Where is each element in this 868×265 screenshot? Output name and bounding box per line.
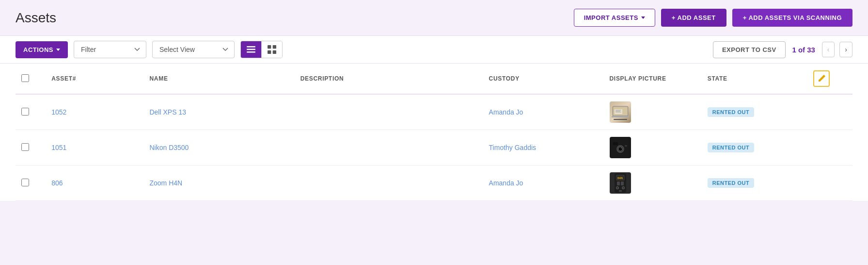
export-csv-button[interactable]: EXPORT TO CSV <box>713 41 786 58</box>
svg-rect-26 <box>621 182 624 185</box>
page-title: Assets <box>16 10 56 26</box>
import-label: IMPORT ASSETS <box>584 14 638 21</box>
filter-select[interactable]: Filter <box>74 41 146 58</box>
svg-rect-10 <box>615 109 622 114</box>
actions-button[interactable]: ACTIONS <box>16 41 68 58</box>
svg-rect-20 <box>625 145 627 147</box>
list-view-button[interactable] <box>241 41 261 58</box>
table-row: 1051 Nikon D3500 Timothy Gaddis <box>16 130 852 166</box>
actions-label: ACTIONS <box>23 46 53 53</box>
asset-name-link-1052[interactable]: Dell XPS 13 <box>149 108 186 116</box>
row-checkbox-806[interactable] <box>21 179 29 186</box>
import-assets-button[interactable]: IMPORT ASSETS <box>574 9 655 27</box>
svg-rect-25 <box>617 182 620 185</box>
svg-rect-5 <box>268 50 271 54</box>
table-row: 806 Zoom H4N Amanda Jo H4N <box>16 166 852 201</box>
table-row: 1052 Dell XPS 13 Amanda Jo <box>16 94 852 130</box>
asset-name-link-806[interactable]: Zoom H4N <box>149 179 182 187</box>
col-header-asset: ASSET# <box>46 64 143 94</box>
actions-chevron-icon <box>56 49 60 51</box>
laptop-image-icon <box>612 105 629 119</box>
col-header-state: STATE <box>702 64 807 94</box>
asset-thumbnail-1052 <box>610 101 631 123</box>
svg-rect-4 <box>273 45 276 49</box>
asset-number-link-1052[interactable]: 1052 <box>51 108 66 116</box>
custody-link-1052[interactable]: Amanda Jo <box>489 108 523 116</box>
col-header-custody: CUSTODY <box>483 64 604 94</box>
col-header-name: NAME <box>143 64 294 94</box>
toolbar-right: EXPORT TO CSV 1 of 33 ‹ › <box>713 41 852 58</box>
state-badge-1052: RENTED OUT <box>708 107 755 117</box>
state-badge-806: RENTED OUT <box>708 178 755 188</box>
page-header: Assets IMPORT ASSETS + ADD ASSET + ADD A… <box>0 0 868 35</box>
asset-number-link-806[interactable]: 806 <box>51 179 63 187</box>
header-actions: IMPORT ASSETS + ADD ASSET + ADD ASSETS V… <box>574 9 852 27</box>
toolbar: ACTIONS Filter Select View <box>0 35 868 64</box>
svg-rect-1 <box>247 49 255 50</box>
asset-description-1052 <box>295 94 483 130</box>
row-checkbox-1051[interactable] <box>21 143 29 151</box>
list-icon <box>247 45 255 54</box>
camera-image-icon <box>611 140 630 155</box>
custody-link-1051[interactable]: Timothy Gaddis <box>489 144 537 151</box>
svg-point-28 <box>616 187 618 189</box>
grid-icon <box>268 45 276 54</box>
asset-description-1051 <box>295 130 483 166</box>
grid-view-button[interactable] <box>261 41 282 58</box>
svg-rect-31 <box>619 190 622 192</box>
svg-rect-3 <box>268 45 271 49</box>
table-header: ASSET# NAME DESCRIPTION CUSTODY DISPLAY … <box>16 64 852 94</box>
import-chevron-icon <box>641 17 645 19</box>
svg-rect-6 <box>273 50 276 54</box>
asset-number-link-1051[interactable]: 1051 <box>51 144 66 151</box>
col-header-description: DESCRIPTION <box>295 64 483 94</box>
svg-text:H4N: H4N <box>617 176 623 180</box>
column-edit-icon-button[interactable] <box>813 70 830 87</box>
zoom-recorder-image-icon: H4N <box>613 173 628 193</box>
asset-description-806 <box>295 166 483 201</box>
pagination-info: 1 of 33 <box>790 46 817 54</box>
add-asset-button[interactable]: + ADD ASSET <box>661 9 726 27</box>
row-checkbox-1052[interactable] <box>21 108 29 116</box>
assets-table: ASSET# NAME DESCRIPTION CUSTODY DISPLAY … <box>16 64 852 201</box>
state-badge-1051: RENTED OUT <box>708 143 755 152</box>
asset-name-link-1051[interactable]: Nikon D3500 <box>149 144 189 151</box>
select-all-checkbox[interactable] <box>21 74 29 82</box>
col-header-display-picture: DISPLAY PICTURE <box>604 64 702 94</box>
svg-rect-9 <box>612 116 629 117</box>
asset-thumbnail-1051 <box>610 137 631 158</box>
svg-rect-2 <box>247 51 255 53</box>
select-view-dropdown[interactable]: Select View <box>152 41 235 58</box>
pagination-prev-button[interactable]: ‹ <box>822 42 835 57</box>
pencil-icon <box>818 75 825 83</box>
svg-rect-0 <box>247 46 255 48</box>
svg-point-19 <box>621 148 622 149</box>
view-toggle <box>240 41 283 58</box>
svg-rect-15 <box>613 142 618 145</box>
table-body: 1052 Dell XPS 13 Amanda Jo <box>16 94 852 201</box>
svg-point-30 <box>622 187 624 189</box>
pagination-next-button[interactable]: › <box>839 42 852 57</box>
toolbar-left: ACTIONS Filter Select View <box>16 41 283 58</box>
add-assets-scanning-button[interactable]: + ADD ASSETS VIA SCANNING <box>732 9 852 27</box>
custody-link-806[interactable]: Amanda Jo <box>489 179 523 187</box>
asset-thumbnail-806: H4N <box>610 172 631 194</box>
table-container: ASSET# NAME DESCRIPTION CUSTODY DISPLAY … <box>0 64 868 201</box>
